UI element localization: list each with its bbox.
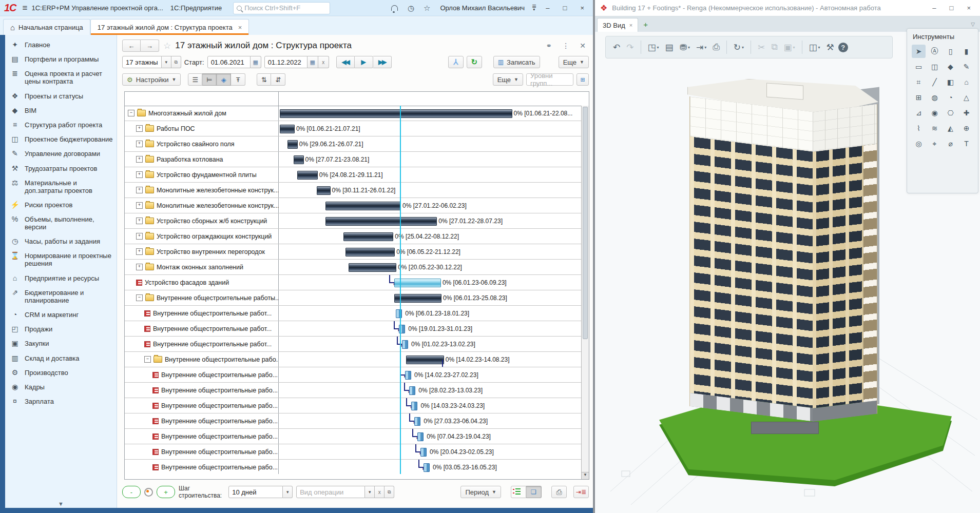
gantt-view-mode-button[interactable]: ⊨ xyxy=(202,73,217,86)
project-select[interactable]: 17 этажны ▾ ⧉ xyxy=(122,56,181,68)
tool-icon[interactable]: ◭ xyxy=(944,122,957,135)
expand-icon[interactable]: + xyxy=(136,233,143,240)
sidebar-item[interactable]: ⇗Бюджетирование и планирование xyxy=(10,289,113,304)
gantt-bar[interactable] xyxy=(317,186,331,195)
tool-icon[interactable]: ⌂ xyxy=(959,75,973,89)
expand-icon[interactable]: + xyxy=(136,187,143,193)
sort-button[interactable]: ⇅ xyxy=(257,73,271,86)
gantt-row[interactable]: Внутренние общестроительные рабо...0% [1… xyxy=(125,398,582,413)
zoom-slider[interactable] xyxy=(144,488,153,497)
gantt-row[interactable]: +Разработка котлована0% [27.07.21-23.08.… xyxy=(125,152,582,167)
tool-icon[interactable]: ◉ xyxy=(928,106,941,120)
search-input[interactable]: Поиск Ctrl+Shift+F xyxy=(233,2,330,14)
gantt-row[interactable]: Устройство фасадов зданий0% [06.01.23-06… xyxy=(125,275,582,290)
tab-home[interactable]: ⌂ Начальная страница xyxy=(3,19,90,35)
gantt-row[interactable]: +Устройство фундаментной плиты0% [24.08.… xyxy=(125,167,582,183)
tool-icon[interactable]: ◍ xyxy=(928,91,941,104)
tool-icon[interactable]: ◧ xyxy=(944,75,957,89)
print-button[interactable]: ⎙ xyxy=(551,486,567,498)
tab-3d-view[interactable]: 3D Вид × xyxy=(597,18,638,32)
sidebar-item[interactable]: ⌛Нормирование и проектные решения xyxy=(10,252,113,267)
gantt-view-mode-button[interactable]: Ŧ xyxy=(231,73,245,86)
expand-icon[interactable]: + xyxy=(136,156,143,163)
project-open-icon[interactable]: ⧉ xyxy=(171,56,181,68)
tool-icon[interactable]: ✚ xyxy=(959,106,973,120)
tool-icon[interactable]: ⌀ xyxy=(944,137,957,150)
sidebar-item[interactable]: ◰Продажи xyxy=(10,325,113,333)
step-back-button[interactable]: ◀◀ xyxy=(336,56,355,68)
gantt-row[interactable]: −Внутренние общестроительные рабо...0% [… xyxy=(125,352,582,367)
gantt-bar[interactable] xyxy=(280,109,512,118)
back-button[interactable]: ← xyxy=(122,40,141,52)
tool-icon[interactable]: Ⓐ xyxy=(928,45,941,58)
gantt-view-mode-button[interactable]: ☰ xyxy=(188,73,202,86)
step-button[interactable]: ▶ xyxy=(355,56,373,68)
gantt-bar[interactable] xyxy=(420,448,427,457)
forward-button[interactable]: → xyxy=(141,40,159,52)
tool-icon[interactable]: ◆ xyxy=(944,60,957,73)
gantt-bar[interactable] xyxy=(349,263,396,272)
gantt-bar[interactable] xyxy=(325,202,401,210)
send-model-toggle[interactable]: ❏ xyxy=(526,486,542,498)
gantt-bar[interactable] xyxy=(294,155,304,164)
notifications-icon[interactable] xyxy=(391,5,398,11)
gantt-row[interactable]: −Многоэтажный жилой дом0% [01.06.21-22.0… xyxy=(125,106,582,121)
gantt-bar[interactable] xyxy=(405,371,411,380)
gantt-bar[interactable] xyxy=(424,463,430,472)
gantt-bar[interactable] xyxy=(280,125,295,133)
print-icon[interactable]: ⎙ xyxy=(710,42,722,52)
tool-icon[interactable]: ◫ xyxy=(928,60,941,73)
gantt-bar[interactable] xyxy=(402,340,408,349)
sidebar-more-chevron-icon[interactable]: ▼ xyxy=(5,501,117,507)
sidebar-item[interactable]: ≣Оценка проекта и расчет цены контракта xyxy=(10,70,113,85)
renga-close-button[interactable]: × xyxy=(967,4,971,12)
add-view-button[interactable]: + xyxy=(638,16,653,32)
gantt-vertical-scrollbar[interactable]: ▼ xyxy=(581,106,589,479)
tool-icon[interactable]: ⎔ xyxy=(944,106,957,120)
calendar-icon[interactable]: ▦ xyxy=(251,56,261,68)
expand-icon[interactable]: + xyxy=(136,125,143,132)
form-close-icon[interactable]: ✕ xyxy=(577,42,589,50)
tool-icon[interactable]: ▭ xyxy=(912,60,926,73)
sidebar-item[interactable]: ≡Структура работ проекта xyxy=(10,121,113,129)
paste-icon[interactable]: ▣▾ xyxy=(781,42,797,53)
gantt-bar[interactable] xyxy=(396,309,402,318)
tool-icon[interactable]: ⌖ xyxy=(928,137,941,150)
cut-icon[interactable]: ✂ xyxy=(756,42,767,53)
export-icon[interactable]: ⇥▾ xyxy=(694,42,708,53)
sidebar-item[interactable]: ▣Закупки xyxy=(10,340,113,347)
renga-maximize-button[interactable]: □ xyxy=(950,4,954,12)
structure-view-toggle[interactable] xyxy=(511,486,526,498)
tool-icon[interactable]: ▮ xyxy=(959,45,973,58)
sidebar-item[interactable]: ◉Кадры xyxy=(10,383,113,391)
tool-icon[interactable]: △ xyxy=(959,91,973,104)
tool-icon[interactable]: ◔ xyxy=(944,91,957,104)
step-select[interactable]: 10 дней ▾ xyxy=(228,486,293,498)
sidebar-item[interactable]: ✎Управление договорами xyxy=(10,150,113,157)
step-select-caret-icon[interactable]: ▾ xyxy=(283,486,293,498)
gantt-row[interactable]: +Устройство свайного поля0% [29.06.21-26… xyxy=(125,136,582,152)
gantt-view-mode-button[interactable]: ◈ xyxy=(217,73,231,86)
tool-icon[interactable]: ✎ xyxy=(959,60,973,73)
more-button[interactable]: Еще ▼ xyxy=(559,56,589,68)
gantt-bar[interactable] xyxy=(417,432,424,441)
favorites-icon[interactable]: ☆ xyxy=(421,4,433,13)
close-button[interactable]: × xyxy=(575,4,589,12)
help-icon[interactable]: ? xyxy=(838,43,848,52)
current-user[interactable]: Орлов Михаил Васильевич xyxy=(440,4,525,12)
calendar-icon[interactable]: ▦ xyxy=(308,56,318,68)
open-icon[interactable]: ▤ xyxy=(663,42,676,53)
tab-project-structure[interactable]: 17 этажный жилой дом : Структура проекта… xyxy=(90,19,249,35)
scrollbar-thumb[interactable] xyxy=(583,107,588,339)
gantt-bar[interactable] xyxy=(406,356,444,364)
history-icon[interactable]: ◷ xyxy=(405,4,417,13)
operation-clear-icon[interactable]: x xyxy=(375,486,385,498)
sidebar-item[interactable]: ▤Портфели и программы xyxy=(10,55,113,63)
operation-type-input[interactable]: Вид операции ▾ x ⧉ xyxy=(296,486,394,498)
expand-icon[interactable]: + xyxy=(136,202,143,209)
sidebar-item[interactable]: ⚖Материальные и доп.затраты проектов xyxy=(10,179,113,194)
gantt-row[interactable]: +Монолитные железобетонные конструк...0%… xyxy=(125,183,582,198)
gantt-row[interactable]: +Устройство внутренних перегородок0% [06… xyxy=(125,244,582,260)
hierarchy-button[interactable]: ⅄ xyxy=(448,56,464,68)
sidebar-item[interactable]: %Объемы, выполнение, версии xyxy=(10,215,113,231)
